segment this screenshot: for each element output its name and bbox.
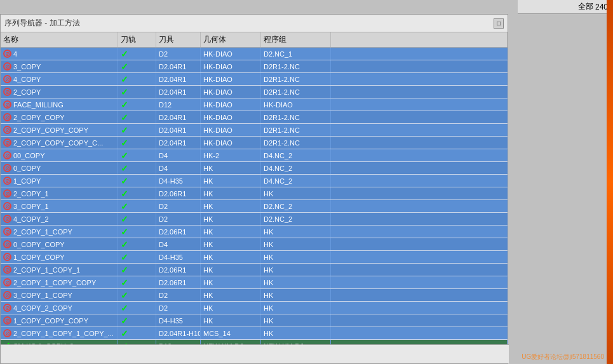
row-name-text: 4_COPY_2_COPY (13, 304, 72, 312)
table-row[interactable]: ⊘2_COPY_COPY_COPY_C...✓D2.04R1HK-DIAOD2R… (1, 137, 508, 149)
table-row[interactable]: ⊘00_COPY✓D4HK-2D4.NC_2 (1, 149, 508, 162)
cell-name: ⊘3_COPY_1_COPY (1, 289, 118, 301)
table-row[interactable]: ⊘2_COPY_1_COPY✓D2.06R1HKHK (1, 226, 508, 238)
cell-name: ⊘1_COPY (1, 175, 118, 187)
cell-toolpath: ✓ (118, 251, 156, 263)
cell-geometry: HK-DIAO (201, 48, 261, 60)
column-headers: 名称 刀轨 刀具 几何体 程序组 (1, 32, 508, 48)
cell-tool: D4 (156, 162, 201, 174)
check-icon: ✓ (121, 278, 128, 288)
table-row[interactable]: ⊘4✓D2HK-DIAOD2.NC_1 (1, 48, 508, 60)
cell-geometry: HK-DIAO (201, 137, 261, 149)
cell-geometry: HK (201, 187, 261, 199)
no-icon: ⊘ (3, 62, 11, 71)
main-window: 序列导航器 - 加工方法 □ 名称 刀轨 刀具 几何体 程序组 ⊘4✓D2HK-… (0, 14, 508, 364)
table-row[interactable]: ⊘1_COPY_COPY_COPY✓D4-H35HKHK (1, 314, 508, 327)
table-row[interactable]: ⊘4_COPY_2✓D2HKD2.NC_2 (1, 213, 508, 226)
check-icon: ✓ (121, 49, 128, 59)
cell-name: ⊘2_COPY_COPY_COPY (1, 124, 118, 136)
cell-toolpath: ✓ (118, 111, 156, 123)
check-icon: ✓ (121, 62, 128, 72)
table-row[interactable]: ⊘2_COPY_COPY✓D2.04R1HK-DIAOD2R1-2.NC (1, 111, 508, 124)
check-icon: ✓ (121, 239, 128, 250)
col-header-tool[interactable]: 刀具 (156, 32, 201, 47)
cell-geometry: HK (201, 314, 261, 327)
table-row[interactable]: ⊘2_COPY✓D2.04R1HK-DIAOD2R1-2.NC (1, 86, 508, 98)
no-icon: ⊘ (3, 329, 11, 337)
table-row[interactable]: ⊘3_COPY_1_COPY✓D2HKHK (1, 289, 508, 302)
col-header-program[interactable]: 程序组 (261, 32, 331, 47)
table-row[interactable]: ⊘4_COPY_2_COPY✓D2HKHK (1, 302, 508, 314)
cell-name: ⊘3_COPY (1, 60, 118, 72)
table-row[interactable]: ⊘3_COPY✓D2.04R1HK-DIAOD2R1-2.NC (1, 60, 508, 73)
cell-extra (331, 238, 508, 250)
table-row[interactable]: ⊘2_COPY_1_COPY_1✓D2.06R1HKHK (1, 264, 508, 276)
row-name-text: 0_COPY (13, 165, 41, 172)
no-icon: ⊘ (3, 75, 11, 83)
watermark: UG爱好者论坛@ji571811560 (522, 353, 604, 361)
cell-geometry: HK (201, 264, 261, 276)
col-header-name[interactable]: 名称 (1, 32, 118, 47)
table-row[interactable]: ⊘1_COPY_COPY✓D4-H35HKHK (1, 251, 508, 264)
check-icon: ✓ (121, 290, 128, 300)
table-row[interactable]: ⊘2_COPY_COPY_COPY✓D2.04R1HK-DIAOD2R1-2.N… (1, 124, 508, 137)
table-container: ⊘4✓D2HK-DIAOD2.NC_1⊘3_COPY✓D2.04R1HK-DIA… (1, 48, 508, 360)
row-name-text: 1_COPY_COPY_COPY (13, 317, 88, 325)
cell-extra (331, 226, 508, 238)
cell-geometry: HK (201, 276, 261, 288)
cell-tool: D4 (156, 238, 201, 250)
row-name-text: 4 (13, 50, 17, 58)
col-header-toolpath[interactable]: 刀轨 (118, 32, 156, 47)
table-body[interactable]: ⊘4✓D2HK-DIAOD2.NC_1⊘3_COPY✓D2.04R1HK-DIA… (1, 48, 508, 360)
cell-geometry: HK (201, 213, 261, 225)
table-row[interactable]: ⊘2_COPY_1_COPY_COPY✓D2.06R1HKHK (1, 276, 508, 289)
no-icon: ⊘ (3, 291, 11, 299)
table-row[interactable]: ⊘2_COPY_1✓D2.06R1HKHK (1, 187, 508, 200)
check-icon: ✓ (121, 252, 128, 262)
row-name-text: 0_COPY_COPY (13, 241, 65, 248)
no-icon: ⊘ (3, 278, 11, 286)
table-row[interactable]: ⊘2_COPY_1_COPY_1_COPY_...✓D2.04R1-H10MCS… (1, 327, 508, 340)
cell-program: HK (261, 327, 331, 339)
no-icon: ⊘ (3, 215, 11, 223)
table-row[interactable]: ⊘FACE_MILLING✓D12HK-DIAOHK-DIAO (1, 98, 508, 111)
check-icon: ✓ (121, 151, 128, 161)
check-icon: ✓ (121, 176, 128, 186)
cell-toolpath: ✓ (118, 213, 156, 225)
cell-program: HK (261, 289, 331, 301)
cell-program: HK (261, 238, 331, 250)
cell-toolpath: ✓ (118, 264, 156, 276)
col-header-geometry[interactable]: 几何体 (201, 32, 261, 47)
table-row[interactable]: ⊘0_COPY_COPY✓D4HKHK (1, 238, 508, 251)
table-row[interactable]: ⊘0_COPY✓D4HKD4.NC_2 (1, 162, 508, 175)
no-icon: ⊘ (3, 304, 11, 312)
no-icon: ⊘ (3, 253, 11, 261)
cell-extra (331, 98, 508, 111)
check-icon: ✓ (121, 74, 128, 84)
cell-program: D2R1-2.NC (261, 60, 331, 72)
cell-name: ⊘1_COPY_COPY (1, 251, 118, 263)
close-button[interactable]: □ (494, 18, 504, 29)
no-icon: ⊘ (3, 50, 11, 58)
table-row[interactable]: ⊘3_COPY_1✓D2HKD2.NC_2 (1, 200, 508, 213)
row-name-text: 2_COPY_1_COPY (13, 228, 72, 236)
cell-toolpath: ✓ (118, 187, 156, 199)
check-icon: ✓ (121, 303, 128, 313)
cell-program: D4.NC_2 (261, 149, 331, 161)
no-icon: ⊘ (3, 202, 11, 210)
cell-name: ⊘2_COPY_1_COPY_1 (1, 264, 118, 276)
cell-tool: D2.04R1 (156, 137, 201, 149)
cell-toolpath: ✓ (118, 60, 156, 72)
table-row[interactable]: ⊘4_COPY✓D2.04R1HK-DIAOD2R1-2.NC (1, 73, 508, 86)
cell-toolpath: ✓ (118, 137, 156, 149)
table-row[interactable]: ⊘1_COPY✓D4-H35HKD4.NC_2 (1, 175, 508, 187)
cell-tool: D2 (156, 289, 201, 301)
no-icon: ⊘ (3, 164, 11, 172)
cell-extra (331, 60, 508, 72)
no-icon: ⊘ (3, 227, 11, 236)
cell-program: HK (261, 264, 331, 276)
no-icon: ⊘ (3, 138, 11, 147)
cell-program: HK (261, 226, 331, 238)
cell-tool: D2.06R1 (156, 226, 201, 238)
cell-toolpath: ✓ (118, 86, 156, 98)
